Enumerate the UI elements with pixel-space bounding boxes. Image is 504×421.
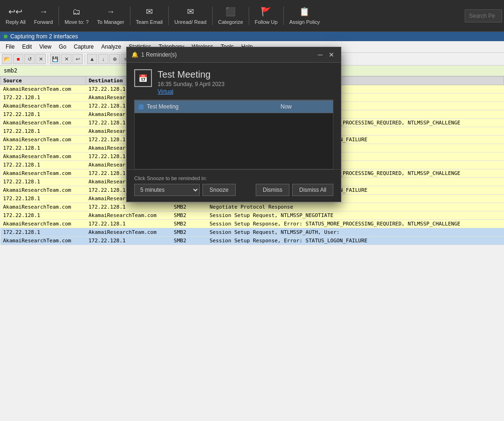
cell-dest: 172.22.128.1: [86, 203, 171, 211]
to-manager-button[interactable]: → To Manager: [94, 4, 128, 28]
search-input[interactable]: [465, 9, 502, 22]
cell-source: 172.22.128.1: [0, 144, 86, 152]
dialog-title: 1 Reminder(s): [141, 51, 177, 58]
cell-protocol: SMB2: [171, 203, 207, 211]
table-row[interactable]: AkamaiResearchTeam.com172.22.128.1SMB2Ne…: [0, 203, 504, 211]
tb-stop-red[interactable]: ■: [13, 54, 23, 64]
assign-policy-icon: 📋: [299, 7, 310, 17]
cell-source: 172.22.128.1: [0, 127, 86, 136]
cell-source: 172.22.128.1: [0, 161, 86, 169]
sep-2: [130, 7, 130, 25]
cell-info: Session Setup Request, NTLMSSP_AUTH, Use…: [207, 228, 504, 237]
menu-analyze[interactable]: Analyze: [98, 42, 125, 51]
cell-source: AkamaiResearchTeam.com: [0, 169, 86, 178]
cell-source: AkamaiResearchTeam.com: [0, 102, 86, 110]
reminder-meeting-name: ⊞ Test Meeting: [135, 101, 277, 113]
table-row[interactable]: AkamaiResearchTeam.com172.22.128.1SMB2Se…: [0, 220, 504, 228]
outlook-toolbar: ↩↩ Reply All → Forward 🗂 Move to: ? → To…: [0, 0, 504, 32]
menu-file[interactable]: File: [2, 42, 18, 51]
cell-info: Session Setup Response, Error: STATUS_MO…: [207, 220, 504, 228]
cell-dest: 172.22.128.1: [86, 220, 171, 228]
cell-protocol: SMB2: [171, 228, 207, 237]
assign-policy-label: Assign Policy: [289, 19, 320, 25]
dialog-titlebar-buttons: ─ ✕: [316, 50, 336, 59]
categorize-button[interactable]: ⬛ Categorize: [215, 4, 247, 28]
categorize-label: Categorize: [218, 19, 243, 25]
cell-dest: AkamaiResearchTeam.com: [86, 228, 171, 237]
dialog-btns-right: Dismiss Dismiss All: [256, 184, 333, 196]
dismiss-all-button[interactable]: Dismiss All: [292, 184, 333, 196]
tb-close-capture[interactable]: ✕: [36, 54, 46, 64]
cell-info: Negotiate Protocol Response: [207, 203, 504, 211]
move-to-icon: 🗂: [72, 7, 81, 17]
to-manager-label: To Manager: [97, 19, 124, 25]
dialog-header: 📅 Test Meeting 16:35 Sunday, 9 April 202…: [127, 63, 341, 100]
cell-protocol: SMB2: [171, 211, 207, 220]
snooze-controls: 5 minutes 10 minutes 15 minutes 30 minut…: [134, 184, 333, 196]
sep-5: [249, 7, 249, 25]
move-to-button[interactable]: 🗂 Move to: ?: [61, 4, 92, 28]
reply-all-button[interactable]: ↩↩ Reply All: [2, 4, 29, 28]
cell-dest: 172.22.128.1: [86, 237, 171, 245]
menu-view[interactable]: View: [36, 42, 55, 51]
snooze-left: 5 minutes 10 minutes 15 minutes 30 minut…: [134, 184, 236, 196]
reminder-dialog: 🔔 1 Reminder(s) ─ ✕ 📅 Test Meeting 16:35…: [126, 47, 341, 202]
cell-source: AkamaiResearchTeam.com: [0, 119, 86, 127]
table-row[interactable]: AkamaiResearchTeam.com172.22.128.1SMB2Se…: [0, 237, 504, 245]
cell-source: AkamaiResearchTeam.com: [0, 203, 86, 211]
to-manager-icon: →: [107, 7, 115, 17]
tb-open[interactable]: 📂: [2, 54, 12, 64]
sep-6: [283, 7, 284, 25]
snooze-button[interactable]: Snooze: [202, 184, 236, 196]
reminder-table: ⊞ Test Meeting Now: [134, 100, 333, 113]
cell-dest: AkamaiResearchTeam.com: [86, 211, 171, 220]
sep-1: [58, 7, 59, 25]
move-to-label: Move to: ?: [65, 19, 88, 25]
menu-go[interactable]: Go: [55, 42, 70, 51]
dismiss-button[interactable]: Dismiss: [256, 184, 289, 196]
cell-source: 172.22.128.1: [0, 110, 86, 119]
minimize-button[interactable]: ─: [316, 50, 325, 59]
follow-up-label: Follow Up: [255, 19, 278, 25]
cell-source: AkamaiResearchTeam.com: [0, 85, 86, 94]
cell-source: 172.22.128.1: [0, 195, 86, 203]
assign-policy-button[interactable]: 📋 Assign Policy: [286, 4, 324, 28]
table-row[interactable]: 172.22.128.1AkamaiResearchTeam.comSMB2Se…: [0, 228, 504, 237]
team-email-label: Team Email: [136, 19, 163, 25]
reminder-empty-area: [134, 113, 333, 169]
tb-filter-down[interactable]: ↓: [98, 54, 108, 64]
reminder-time: Now: [277, 101, 333, 113]
follow-up-icon: 🚩: [261, 7, 271, 17]
follow-up-button[interactable]: 🚩 Follow Up: [251, 4, 281, 28]
close-button[interactable]: ✕: [327, 50, 336, 59]
meeting-info: Test Meeting 16:35 Sunday, 9 April 2023 …: [158, 69, 224, 95]
calendar-icon: 📅: [134, 69, 152, 87]
unread-read-icon: ✉: [187, 7, 194, 17]
tb-filter-expr[interactable]: ⊕: [109, 54, 120, 64]
grid-icon: ⊞: [138, 103, 144, 110]
bell-icon: 🔔: [131, 51, 138, 58]
tb-restart[interactable]: ↺: [24, 54, 35, 64]
tb-reload[interactable]: ↩: [72, 54, 83, 64]
menu-capture[interactable]: Capture: [70, 42, 98, 51]
col-source: Source: [0, 77, 86, 85]
cell-source: 172.22.128.1: [0, 211, 86, 220]
menu-edit[interactable]: Edit: [18, 42, 36, 51]
unread-read-button[interactable]: ✉ Unread/ Read: [171, 4, 210, 28]
tb-sep-2: [85, 54, 85, 64]
cell-source: AkamaiResearchTeam.com: [0, 136, 86, 144]
snooze-dropdown[interactable]: 5 minutes 10 minutes 15 minutes 30 minut…: [134, 184, 200, 196]
tb-close[interactable]: ✕: [61, 54, 72, 64]
meeting-virtual-link[interactable]: Virtual: [158, 88, 224, 95]
cell-source: AkamaiResearchTeam.com: [0, 186, 86, 195]
table-row[interactable]: 172.22.128.1AkamaiResearchTeam.comSMB2Se…: [0, 211, 504, 220]
cell-source: 172.22.128.1: [0, 94, 86, 102]
team-email-button[interactable]: ✉ Team Email: [132, 4, 166, 28]
tb-filter-up[interactable]: ▲: [87, 54, 97, 64]
categorize-icon: ⬛: [225, 7, 236, 17]
wireshark-title: Capturing from 2 interfaces: [10, 33, 78, 40]
meeting-datetime: 16:35 Sunday, 9 April 2023: [158, 81, 224, 87]
forward-button[interactable]: → Forward: [30, 4, 57, 28]
tb-save[interactable]: 💾: [50, 54, 60, 64]
reminder-table-row: ⊞ Test Meeting Now: [135, 100, 333, 113]
